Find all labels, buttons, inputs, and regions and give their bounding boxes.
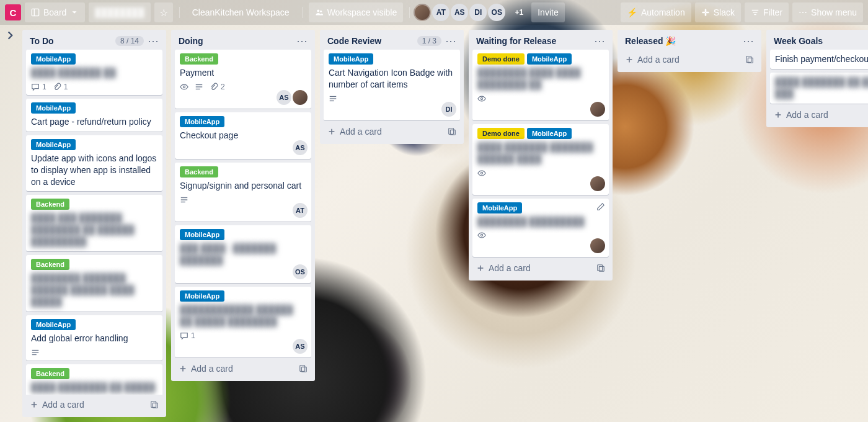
template-icon[interactable] (596, 264, 605, 272)
label-mobileapp[interactable]: MobileApp (31, 319, 76, 330)
card[interactable]: Demo done MobileApp ████████ ████ ████ █… (472, 50, 609, 120)
label-backend[interactable]: Backend (31, 259, 69, 270)
label-mobileapp[interactable]: MobileApp (31, 102, 76, 114)
card[interactable]: MobileApp ████████████ ██████ ██ █████ █… (175, 287, 311, 357)
board-name[interactable]: ████████ (89, 2, 150, 22)
list-menu-button[interactable]: ⋯ (148, 38, 159, 44)
eye-icon (180, 83, 188, 91)
card[interactable]: MobileApp Cart page - refund/return poli… (26, 99, 162, 132)
member-avatar[interactable]: OS (293, 264, 308, 279)
add-card-label: Add a card (489, 263, 531, 273)
card[interactable]: MobileApp Update app with icons and logo… (26, 135, 162, 192)
invite-button[interactable]: Invite (531, 2, 564, 22)
list-menu-button[interactable]: ⋯ (445, 38, 456, 44)
workspace-name[interactable]: CleanKitchen Workspace (186, 2, 296, 22)
edit-icon[interactable] (596, 202, 605, 211)
template-icon[interactable] (299, 364, 308, 373)
card[interactable]: Demo done MobileApp ████ ███████ ███████… (472, 124, 609, 195)
board-icon (31, 8, 40, 17)
card[interactable]: Backend Signup/signin and personal cart … (175, 163, 311, 222)
card[interactable]: Backend ████ ███ ███████ ████████ ██ ███… (26, 195, 162, 251)
card[interactable]: MobileApp Add global error handling (26, 315, 162, 361)
card[interactable]: Backend ████████ ███████ ██████ ██████ █… (26, 255, 162, 312)
add-card-button[interactable]: Add a card (175, 360, 311, 377)
label-demodone[interactable]: Demo done (477, 128, 525, 139)
card-title: Checkout page (180, 130, 306, 141)
show-menu-button[interactable]: ⋯ Show menu (792, 2, 863, 22)
label-mobileapp[interactable]: MobileApp (180, 229, 224, 240)
card[interactable]: Backend Payment 2 AS (175, 50, 311, 109)
list-title[interactable]: To Do (30, 36, 112, 46)
label-demodone[interactable]: Demo done (477, 53, 525, 65)
add-card-button[interactable]: Add a card (26, 396, 162, 413)
template-icon[interactable] (745, 55, 754, 64)
sidebar-expand-button[interactable] (5, 30, 16, 41)
list-title[interactable]: Doing (179, 36, 293, 46)
label-backend[interactable]: Backend (180, 53, 218, 65)
label-mobileapp[interactable]: MobileApp (527, 53, 572, 65)
list-menu-button[interactable]: ⋯ (594, 38, 605, 44)
star-button[interactable]: ☆ (154, 2, 173, 22)
description-badge (180, 195, 188, 204)
board-switcher[interactable]: Board (25, 2, 85, 22)
label-backend[interactable]: Backend (180, 166, 218, 177)
svg-point-38 (480, 235, 482, 236)
description-icon (195, 83, 203, 91)
automation-button[interactable]: ⚡ Automation (621, 2, 691, 22)
member-avatar[interactable]: AS (293, 140, 308, 155)
visibility-button[interactable]: Workspace visible (309, 2, 404, 22)
chevron-down-icon (70, 8, 79, 17)
list-title[interactable]: Waiting for Release (476, 36, 590, 46)
add-card-button[interactable]: Add a card (770, 106, 868, 123)
list-menu-button[interactable]: ⋯ (296, 38, 308, 44)
label-backend[interactable]: Backend (31, 368, 69, 379)
card[interactable]: MobileApp ████ ███████ ██ 1 1 (26, 50, 162, 95)
app-logo[interactable]: C (5, 4, 21, 20)
avatar[interactable]: AS (451, 4, 468, 21)
avatar-overflow[interactable]: +1 (510, 4, 528, 21)
avatar[interactable] (414, 4, 431, 21)
svg-rect-41 (598, 265, 603, 271)
card[interactable]: Backend ████ ████████ ██ █████ (26, 364, 162, 395)
avatar[interactable]: DI (469, 4, 487, 21)
member-avatar[interactable] (293, 90, 308, 105)
list-title[interactable]: Week Goals (774, 36, 868, 46)
avatar[interactable]: OS (488, 4, 505, 21)
add-card-button[interactable]: Add a card (472, 259, 609, 277)
member-avatar[interactable] (590, 102, 605, 117)
label-mobileapp[interactable]: MobileApp (527, 128, 572, 139)
label-mobileapp[interactable]: MobileApp (329, 53, 373, 65)
member-avatar[interactable]: AT (293, 203, 308, 218)
member-avatar[interactable]: DI (441, 102, 456, 117)
add-card-button[interactable]: Add a card (324, 123, 460, 140)
list-menu-button[interactable]: ⋯ (743, 38, 754, 44)
label-mobileapp[interactable]: MobileApp (477, 202, 522, 213)
list-title[interactable]: Code Review (327, 36, 414, 46)
list-title[interactable]: Released 🎉 (625, 36, 739, 46)
member-avatar[interactable] (590, 176, 605, 191)
label-mobileapp[interactable]: MobileApp (180, 116, 224, 127)
label-mobileapp[interactable]: MobileApp (180, 290, 224, 302)
member-avatar[interactable]: AS (293, 339, 308, 354)
card[interactable]: MobileApp Checkout page AS (175, 112, 311, 159)
label-mobileapp[interactable]: MobileApp (31, 139, 76, 150)
card-title: ████████ █████████ (477, 216, 604, 228)
card[interactable]: MobileApp ███ ████ - ███████ ███████ OS (175, 225, 311, 284)
avatar[interactable]: AT (432, 4, 450, 21)
card[interactable]: MobileApp ████████ █████████ (472, 199, 609, 258)
filter-button[interactable]: Filter (745, 2, 789, 22)
member-avatar[interactable]: AS (277, 90, 291, 105)
label-mobileapp[interactable]: MobileApp (31, 53, 76, 65)
template-icon[interactable] (448, 127, 456, 136)
people-icon (315, 8, 324, 17)
member-avatar[interactable] (590, 238, 605, 253)
card[interactable]: Finish payment/checkout (770, 50, 868, 69)
board-canvas[interactable]: To Do 8 / 14 ⋯ MobileApp ████ ███████ ██… (0, 25, 868, 422)
label-backend[interactable]: Backend (31, 199, 69, 210)
add-card-button[interactable]: Add a card (621, 51, 758, 68)
card[interactable]: MobileApp Cart Navigation Icon Badge wit… (324, 50, 460, 120)
card[interactable]: ████ ███████ ██ ███ ███ (770, 73, 868, 104)
template-icon[interactable] (150, 400, 159, 409)
add-card-label: Add a card (637, 55, 680, 65)
slack-button[interactable]: Slack (695, 2, 741, 22)
